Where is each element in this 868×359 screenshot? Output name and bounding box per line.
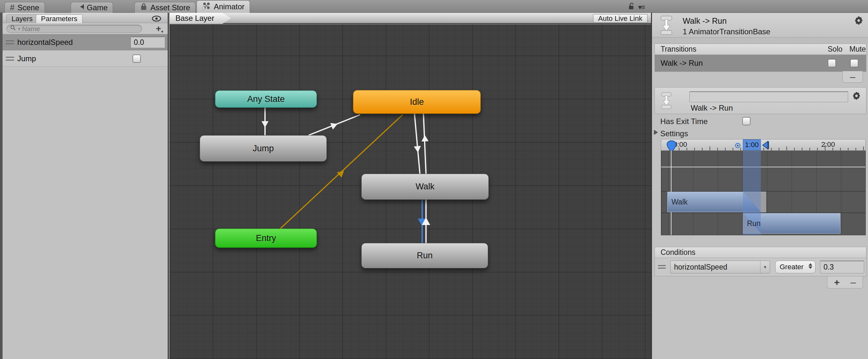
- transition-detail-label: Walk -> Run: [691, 104, 733, 112]
- condition-operator-value: Greater: [780, 263, 804, 271]
- tab-parameters[interactable]: Parameters: [36, 15, 83, 23]
- lock-icon[interactable]: [628, 2, 635, 12]
- time-label-1: 1:00: [745, 141, 759, 149]
- minus-icon: –: [850, 72, 856, 82]
- search-field[interactable]: ▾: [6, 25, 142, 33]
- state-node-idle[interactable]: Idle: [353, 90, 481, 114]
- has-exit-time-row: Has Exit Time: [652, 116, 868, 127]
- transition-subtitle: 1 AnimatorTransitionBase: [683, 27, 770, 36]
- tab-scene[interactable]: # Scene: [4, 2, 45, 13]
- game-icon: [76, 3, 84, 12]
- breadcrumb[interactable]: Base Layer: [169, 13, 231, 24]
- side-panel-toolbar: Layers Parameters: [3, 13, 168, 23]
- section-spacer: [652, 37, 868, 44]
- transition-start-marker-icon[interactable]: [734, 142, 741, 151]
- tab-scene-label: Scene: [17, 3, 39, 12]
- drag-handle-icon[interactable]: [658, 265, 666, 269]
- parameter-name: horizontalSpeed: [17, 38, 73, 47]
- settings-foldout[interactable]: Settings: [652, 128, 868, 139]
- parameter-value: 0.0: [134, 38, 144, 47]
- condition-parameter-value: horizontalSpeed: [674, 263, 727, 272]
- state-node-run[interactable]: Run: [361, 243, 488, 268]
- state-node-walk[interactable]: Walk: [361, 174, 489, 200]
- plus-icon: +: [156, 24, 161, 34]
- window-left-edge: [0, 13, 3, 359]
- auto-live-link-label: Auto Live Link: [598, 15, 642, 23]
- tab-asset-store-label: Asset Store: [150, 3, 190, 12]
- state-node-any-state[interactable]: Any State: [215, 90, 317, 108]
- mute-column-label: Mute: [849, 45, 866, 54]
- condition-parameter-dropdown[interactable]: horizontalSpeed ▼: [670, 260, 770, 273]
- transition-range-handle[interactable]: 1:00: [743, 139, 761, 150]
- tab-game[interactable]: Game: [71, 2, 113, 13]
- node-label: Any State: [247, 94, 284, 104]
- timeline-ruler[interactable]: 0:00 1:00 2:00: [661, 139, 866, 150]
- transition-row-label: Walk -> Run: [660, 59, 703, 67]
- transition-name-input[interactable]: [689, 91, 848, 102]
- auto-live-link-button[interactable]: Auto Live Link: [593, 14, 648, 23]
- parameter-value-field[interactable]: 0.0: [131, 36, 165, 48]
- unity-editor-window: # Scene Game Asset Store: [0, 0, 868, 359]
- dock-menu-icon[interactable]: ▾≡: [638, 3, 645, 11]
- state-node-jump[interactable]: Jump: [200, 135, 327, 162]
- inspector-header: Walk -> Run 1 AnimatorTransitionBase: [652, 13, 868, 37]
- node-label: Walk: [416, 182, 435, 192]
- tab-animator[interactable]: Animator: [196, 0, 250, 13]
- condition-threshold-value: 0.3: [824, 263, 834, 272]
- transition-timeline[interactable]: 0:00 1:00 2:00 Walk: [661, 139, 866, 235]
- solo-column-label: Solo: [828, 45, 842, 54]
- transition-title: Walk -> Run: [683, 16, 726, 26]
- mute-checkbox[interactable]: [850, 59, 859, 67]
- parameter-search-row: ▾ +▾: [3, 23, 168, 34]
- foldout-arrow-icon: [654, 130, 658, 135]
- search-input[interactable]: [22, 25, 138, 33]
- condition-add-remove-bar: + –: [827, 276, 863, 288]
- layer-breadcrumb-bar: Base Layer Auto Live Link: [169, 13, 651, 24]
- state-node-entry[interactable]: Entry: [215, 228, 317, 248]
- gear-icon[interactable]: [852, 91, 861, 102]
- timeline-preview-area[interactable]: Walk Run: [661, 150, 866, 235]
- transition-end-marker-icon[interactable]: [762, 141, 770, 151]
- has-exit-time-checkbox[interactable]: [742, 117, 750, 125]
- animator-icon: [202, 1, 211, 12]
- remove-transition-button[interactable]: –: [842, 71, 863, 83]
- blend-curve-line: [661, 167, 865, 167]
- tab-parameters-label: Parameters: [41, 15, 78, 23]
- tab-animator-label: Animator: [214, 2, 245, 11]
- transition-detail-box: Walk -> Run: [654, 87, 866, 114]
- remove-condition-button[interactable]: –: [850, 277, 856, 288]
- popup-arrows-icon: [808, 263, 812, 269]
- parameter-row-horizontalspeed[interactable]: horizontalSpeed 0.0: [3, 34, 168, 50]
- parameter-row-jump[interactable]: Jump: [3, 51, 168, 67]
- eye-icon[interactable]: [152, 15, 161, 24]
- conditions-header: Conditions: [655, 247, 866, 258]
- tab-asset-store[interactable]: Asset Store: [134, 2, 195, 13]
- conditions-list: Conditions horizontalSpeed ▼ Greater 0.3: [654, 247, 866, 276]
- gear-icon[interactable]: [854, 16, 864, 27]
- top-tab-bar: # Scene Game Asset Store: [0, 0, 868, 13]
- settings-label: Settings: [660, 129, 688, 138]
- node-label: Jump: [252, 144, 274, 154]
- transitions-header-label: Transitions: [660, 45, 696, 54]
- parameter-checkbox[interactable]: [132, 55, 141, 63]
- condition-threshold-field[interactable]: 0.3: [820, 260, 864, 273]
- animator-side-panel: Layers Parameters ▾ +▾ horizontalSpeed 0…: [3, 13, 169, 359]
- transitions-list: Transitions Solo Mute Walk -> Run: [654, 44, 866, 72]
- transition-icon: [659, 16, 674, 37]
- solo-checkbox[interactable]: [828, 59, 836, 67]
- search-filter-caret: ▾: [18, 27, 20, 31]
- add-condition-button[interactable]: +: [834, 277, 840, 288]
- drag-handle-icon[interactable]: [6, 57, 14, 61]
- condition-row: horizontalSpeed ▼ Greater 0.3: [655, 258, 866, 276]
- dropdown-arrow-icon: ▼: [760, 261, 770, 273]
- add-parameter-button[interactable]: +▾: [156, 24, 163, 34]
- state-machine-canvas[interactable]: Any State Idle Jump Walk Entry Run: [169, 24, 651, 359]
- breadcrumb-label: Base Layer: [176, 14, 214, 23]
- tab-layers[interactable]: Layers: [6, 15, 38, 23]
- node-label: Idle: [410, 97, 424, 107]
- conditions-header-label: Conditions: [660, 248, 695, 257]
- node-label: Run: [417, 251, 433, 260]
- drag-handle-icon[interactable]: [6, 40, 14, 44]
- condition-operator-popup[interactable]: Greater: [775, 260, 815, 273]
- transition-row-walk-run[interactable]: Walk -> Run: [655, 55, 866, 72]
